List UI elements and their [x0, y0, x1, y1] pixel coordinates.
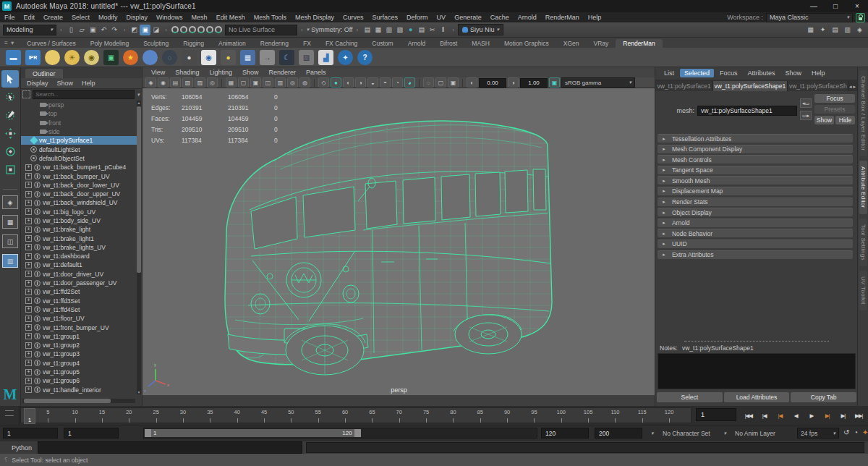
presets-button[interactable]: Presets: [814, 105, 855, 114]
pxr-hand-icon[interactable]: ✦: [338, 50, 353, 65]
ae-tab-0[interactable]: vw_t1:polySurface1: [655, 81, 713, 91]
select-hierarchy-icon[interactable]: ◩: [129, 25, 140, 35]
ae-section-uuid[interactable]: ►UUID: [658, 240, 853, 248]
safe-action-icon[interactable]: ◎: [287, 77, 298, 88]
load-attributes-button[interactable]: Load Attributes: [724, 392, 790, 402]
maya-app-icon[interactable]: M: [2, 1, 12, 11]
hide-button[interactable]: Hide: [835, 116, 855, 124]
workspace-lock-icon[interactable]: [856, 13, 865, 22]
animation-end-field[interactable]: 200: [595, 428, 642, 439]
anim-layer-dropdown[interactable]: No Anim Layer: [732, 428, 794, 439]
menu-mesh-tools[interactable]: Mesh Tools: [250, 14, 291, 21]
cut-icon[interactable]: ✂: [427, 25, 438, 35]
expand-icon[interactable]: +: [25, 360, 32, 366]
gate-mask-icon[interactable]: ◫: [263, 77, 273, 88]
ae-section-render-stats[interactable]: ►Render Stats: [658, 198, 853, 206]
ae-section-node-behavior[interactable]: ►Node Behavior: [658, 229, 853, 237]
ae-tab-1[interactable]: vw_t1:polySurfaceShape1: [713, 81, 787, 91]
viewport-menu-shading[interactable]: Shading: [171, 69, 203, 76]
shelf-tab-curves-surfaces[interactable]: Curves / Surfaces: [20, 39, 83, 48]
shelf-tab-fx[interactable]: FX: [296, 39, 318, 48]
group-separator[interactable]: ›: [163, 27, 169, 33]
render-settings-icon[interactable]: ▧: [394, 25, 405, 35]
shelf-tab-bifrost[interactable]: Bifrost: [433, 39, 464, 48]
expand-icon[interactable]: +: [25, 244, 32, 250]
mesh-name-field[interactable]: vw_t1:polySurfaceShape1: [697, 106, 797, 116]
outliner-item[interactable]: +vw_t1:back_bumper1_pCube4: [21, 163, 137, 171]
outliner-item[interactable]: +vw_t1:door_passenger_UV: [21, 279, 137, 287]
colorspace-swatch-icon[interactable]: ▣: [549, 77, 560, 88]
expand-icon[interactable]: +: [25, 351, 32, 357]
range-options-icon[interactable]: ▾: [648, 428, 658, 439]
expand-icon[interactable]: +: [25, 235, 32, 242]
select-tool[interactable]: [1, 70, 19, 88]
pxr-moon-icon[interactable]: ☾: [279, 50, 294, 65]
open-render-view-icon[interactable]: ▤: [362, 25, 373, 35]
shadows-icon[interactable]: ◒: [367, 77, 378, 88]
playback-end-field[interactable]: 120: [541, 428, 589, 439]
expand-icon[interactable]: +: [25, 306, 32, 313]
play-backwards-button[interactable]: ◀: [788, 412, 804, 419]
range-end-handle[interactable]: [354, 429, 361, 437]
menu-file[interactable]: File: [0, 14, 20, 21]
expand-icon[interactable]: +: [25, 182, 32, 188]
camera-attributes-icon[interactable]: ▤: [170, 77, 181, 88]
exposure-field[interactable]: 0.00: [479, 78, 506, 88]
rotate-tool[interactable]: [1, 143, 19, 160]
expand-icon[interactable]: +: [25, 208, 32, 215]
go-to-start-button[interactable]: |◀◀: [741, 412, 757, 419]
animation-start-field[interactable]: 1: [3, 428, 58, 439]
symmetry-label[interactable]: Symmetry: Off: [311, 26, 352, 33]
ae-menu-show[interactable]: Show: [781, 69, 807, 77]
paint-select-tool[interactable]: [1, 106, 19, 124]
expand-icon[interactable]: +: [25, 369, 32, 376]
outliner-item[interactable]: +vw_t1:group3: [21, 350, 137, 358]
move-tool[interactable]: [1, 124, 19, 142]
character-set-dropdown[interactable]: No Character Set▾: [660, 428, 729, 439]
shelf-tab-motion-graphics[interactable]: Motion Graphics: [497, 39, 556, 48]
expand-icon[interactable]: +: [25, 297, 32, 304]
node-nav-right-icon[interactable]: ▭▸: [800, 111, 812, 120]
outliner-horizontal-scrollbar[interactable]: [22, 399, 135, 403]
node-nav-left-icon[interactable]: ◂▭: [800, 98, 812, 108]
outliner-item[interactable]: +vw_t1:ffd3Set: [21, 297, 137, 305]
expand-icon[interactable]: +: [25, 333, 32, 339]
menu-create[interactable]: Create: [39, 14, 67, 21]
go-to-end-button[interactable]: ▶▶|: [851, 412, 867, 419]
command-language-toggle[interactable]: Python: [0, 444, 38, 452]
live-surface-field[interactable]: No Live Surface: [225, 25, 297, 35]
pxr-key-icon[interactable]: ●: [182, 50, 197, 65]
outliner-item[interactable]: front: [21, 119, 137, 127]
menu-select[interactable]: Select: [67, 14, 94, 21]
expand-icon[interactable]: +: [25, 280, 32, 287]
outliner-item[interactable]: side: [21, 127, 137, 136]
screen-ao-icon[interactable]: ◓: [380, 77, 391, 88]
outliner-item[interactable]: defaultObjectSet: [21, 154, 137, 163]
pxr-image-icon[interactable]: ▨: [299, 50, 314, 65]
image-plane-icon[interactable]: ▨: [195, 77, 205, 88]
expand-icon[interactable]: +: [25, 164, 32, 171]
expand-icon[interactable]: +: [25, 218, 32, 224]
tool-settings-toggle-icon[interactable]: ▥: [842, 25, 853, 35]
colorspace-dropdown[interactable]: sRGB gamma▾: [561, 77, 635, 88]
menu-help[interactable]: Help: [584, 14, 606, 21]
camera-lock-icon[interactable]: ◉: [158, 77, 169, 88]
expand-icon[interactable]: +: [25, 386, 32, 393]
light-editor-icon[interactable]: ▤: [416, 25, 427, 35]
use-all-lights-icon[interactable]: ◑: [355, 77, 366, 88]
pxr-dome-light-icon[interactable]: ◉: [84, 50, 99, 65]
gamma-icon[interactable]: ◑: [508, 77, 519, 88]
sidebar-tab-tool-settings[interactable]: Tool Settings: [859, 219, 867, 266]
ae-section-extra-attributes[interactable]: ►Extra Attributes: [658, 250, 853, 259]
pxr-star-badge-icon[interactable]: ★: [123, 50, 138, 65]
outliner-item[interactable]: vw_t1:polySurface1: [21, 136, 137, 145]
outliner-vertical-scrollbar[interactable]: ▲ ▼: [137, 101, 141, 394]
field-chart-icon[interactable]: ▥: [275, 77, 286, 88]
pxr-bulb-icon[interactable]: ●: [221, 50, 236, 65]
channel-box-toggle-icon[interactable]: ◈: [854, 25, 865, 35]
select-object-icon[interactable]: ▣: [140, 25, 150, 35]
outliner-item[interactable]: +vw_t1:default1: [21, 260, 137, 269]
snap-curve-icon[interactable]: [180, 26, 187, 33]
expand-icon[interactable]: +: [25, 253, 32, 260]
save-scene-icon[interactable]: ▣: [88, 25, 98, 35]
